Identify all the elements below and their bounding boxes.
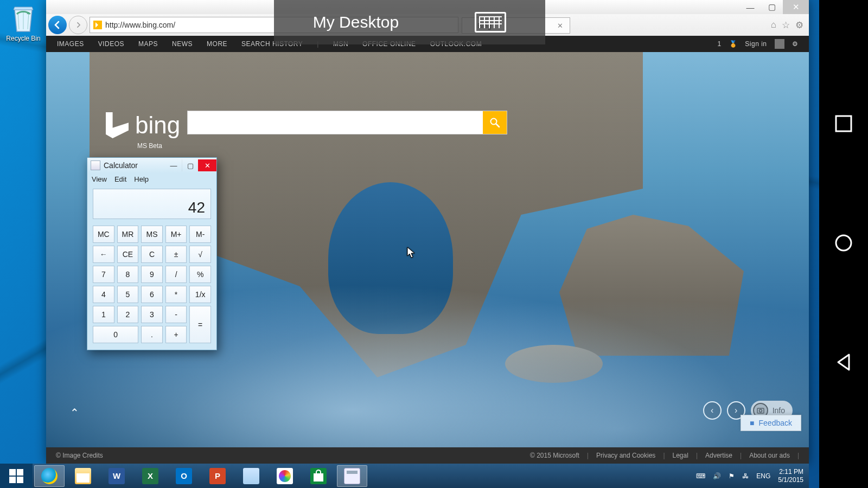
tray-volume-icon[interactable]: 🔊	[713, 472, 721, 480]
calc-key-percent[interactable]: %	[189, 266, 211, 283]
calculator-icon	[344, 468, 360, 484]
calc-key-mminus[interactable]: M-	[189, 226, 211, 243]
calc-key-equals[interactable]: =	[189, 306, 211, 343]
calculator-maximize-button[interactable]	[182, 159, 198, 171]
bing-feedback-button[interactable]: Feedback	[741, 415, 801, 431]
calc-key-7[interactable]: 7	[93, 266, 114, 283]
bing-nav-videos[interactable]: VIDEOS	[98, 40, 124, 48]
ie-back-button[interactable]	[48, 16, 67, 34]
ie-forward-button[interactable]	[69, 16, 87, 34]
tray-network-icon[interactable]: 🖧	[742, 472, 749, 480]
calc-key-sqrt[interactable]: √	[189, 246, 211, 263]
ie-home-icon[interactable]: ⌂	[771, 20, 776, 31]
ie-minimize-button[interactable]: —	[739, 0, 761, 14]
taskbar-ie-button[interactable]	[34, 465, 65, 487]
tray-keyboard-icon[interactable]: ⌨	[696, 472, 705, 480]
taskbar-explorer-button[interactable]	[68, 465, 98, 487]
start-button[interactable]	[0, 464, 33, 488]
calc-key-6[interactable]: 6	[141, 286, 163, 303]
camera-icon	[753, 403, 768, 418]
calc-key-ce[interactable]: CE	[117, 246, 139, 263]
taskbar-calculator-button[interactable]	[337, 465, 367, 487]
svg-rect-3	[757, 408, 764, 413]
bing-nav-maps[interactable]: MAPS	[138, 40, 158, 48]
ie-favorites-icon[interactable]: ☆	[782, 20, 790, 31]
calc-key-9[interactable]: 9	[141, 266, 163, 283]
calc-key-plusminus[interactable]: ±	[165, 246, 187, 263]
ie-tool-icons: ⌂ ☆ ⚙	[771, 20, 807, 31]
bing-search-button[interactable]	[483, 111, 507, 134]
calculator-menu-help[interactable]: Help	[134, 175, 149, 183]
store-icon	[310, 468, 327, 484]
tray-flag-icon[interactable]: ⚑	[729, 472, 735, 480]
android-back-button[interactable]	[833, 351, 854, 375]
bing-legal-link[interactable]: Legal	[673, 452, 688, 459]
bing-aboutads-link[interactable]: About our ads	[749, 452, 790, 459]
calc-key-multiply[interactable]: *	[165, 286, 187, 303]
remote-desktop-viewport: Recycle Bin — ▢ ✕ http://www.bing.com/ B…	[0, 0, 819, 488]
android-home-button[interactable]	[833, 232, 854, 256]
remote-keyboard-button[interactable]	[475, 12, 506, 33]
bing-prev-button[interactable]: ‹	[703, 401, 722, 420]
taskbar-word-button[interactable]: W	[101, 465, 132, 487]
calc-key-2[interactable]: 2	[117, 306, 139, 323]
calculator-minimize-button[interactable]	[165, 159, 182, 171]
taskbar-outlook-button[interactable]: O	[169, 465, 199, 487]
bing-nav-more[interactable]: MORE	[207, 40, 227, 48]
recycle-bin-icon[interactable]: Recycle Bin	[4, 4, 42, 42]
calc-key-backspace[interactable]: ←	[93, 246, 114, 263]
calc-key-8[interactable]: 8	[117, 266, 139, 283]
ie-maximize-button[interactable]: ▢	[761, 0, 783, 14]
calc-key-mr[interactable]: MR	[117, 226, 139, 243]
taskbar-excel-button[interactable]: X	[135, 465, 165, 487]
calc-key-ms[interactable]: MS	[141, 226, 163, 243]
remote-session-banner[interactable]: My Desktop	[274, 0, 545, 44]
bing-rewards-icon[interactable]: 🏅	[729, 40, 738, 48]
android-recent-button[interactable]	[833, 113, 854, 137]
bing-nav-images[interactable]: IMAGES	[57, 40, 84, 48]
bing-info-button[interactable]: Info	[751, 401, 793, 420]
calc-key-subtract[interactable]: -	[165, 306, 187, 323]
bing-settings-icon[interactable]: ⚙	[792, 40, 799, 48]
bing-rewards-count[interactable]: 1	[718, 40, 722, 48]
calculator-menu-view[interactable]: View	[92, 175, 107, 183]
taskbar-store-button[interactable]	[303, 465, 334, 487]
bing-logo[interactable]: bing MS Beta	[106, 112, 180, 139]
calculator-titlebar[interactable]: Calculator	[87, 158, 216, 173]
taskbar-stickynotes-button[interactable]	[236, 465, 266, 487]
calc-key-c[interactable]: C	[141, 246, 163, 263]
calc-key-1[interactable]: 1	[93, 306, 114, 323]
bing-logo-text: bing	[135, 112, 180, 139]
tray-language[interactable]: ENG	[756, 472, 770, 480]
calc-key-3[interactable]: 3	[141, 306, 163, 323]
bing-image-credits[interactable]: © Image Credits	[56, 452, 103, 459]
calc-key-4[interactable]: 4	[93, 286, 114, 303]
ie-settings-icon[interactable]: ⚙	[795, 20, 803, 31]
ie-tab-close-button[interactable]: ✕	[555, 22, 565, 30]
calc-key-add[interactable]: +	[165, 326, 187, 343]
calc-key-reciprocal[interactable]: 1/x	[189, 286, 211, 303]
bing-privacy-link[interactable]: Privacy and Cookies	[596, 452, 655, 459]
bing-nav-news[interactable]: NEWS	[172, 40, 193, 48]
calc-key-mc[interactable]: MC	[93, 226, 114, 243]
calc-key-divide[interactable]: /	[165, 266, 187, 283]
calc-key-mplus[interactable]: M+	[165, 226, 187, 243]
ie-close-button[interactable]: ✕	[783, 0, 809, 14]
calc-key-5[interactable]: 5	[117, 286, 139, 303]
calculator-window: Calculator View Edit Help 42 MC MR MS M+…	[87, 157, 217, 350]
calc-key-decimal[interactable]: .	[141, 326, 163, 343]
tray-clock[interactable]: 2:11 PM 5/1/2015	[778, 468, 803, 484]
tray-date: 5/1/2015	[778, 476, 803, 484]
calculator-app-icon	[91, 160, 100, 170]
calculator-menu-edit[interactable]: Edit	[114, 175, 126, 183]
taskbar-paint-button[interactable]	[270, 465, 300, 487]
taskbar-powerpoint-button[interactable]: P	[202, 465, 233, 487]
calc-key-0[interactable]: 0	[93, 326, 138, 343]
bing-avatar-icon[interactable]	[775, 39, 784, 49]
bing-search-input[interactable]	[188, 111, 483, 134]
calculator-close-button[interactable]	[198, 159, 216, 171]
bing-next-button[interactable]: ›	[727, 401, 745, 420]
bing-expand-button[interactable]: ⌃	[70, 406, 79, 419]
bing-advertise-link[interactable]: Advertise	[705, 452, 732, 459]
bing-signin-link[interactable]: Sign in	[745, 40, 767, 48]
